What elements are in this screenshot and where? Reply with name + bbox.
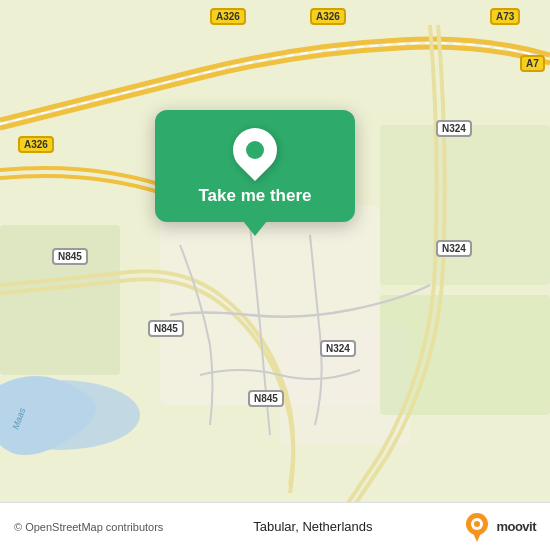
moovit-text: moovit bbox=[496, 519, 536, 534]
road-label-a7: A7 bbox=[520, 55, 545, 72]
svg-marker-11 bbox=[473, 533, 481, 542]
road-label-n845-mid: N845 bbox=[148, 320, 184, 337]
road-label-a73: A73 bbox=[490, 8, 520, 25]
osm-credit: © OpenStreetMap contributors bbox=[14, 521, 163, 533]
road-label-n324-bot: N324 bbox=[320, 340, 356, 357]
popup-card[interactable]: Take me there bbox=[155, 110, 355, 222]
svg-point-10 bbox=[474, 521, 480, 527]
map-roads-svg: Maas bbox=[0, 0, 550, 550]
footer-bar: © OpenStreetMap contributors Tabular, Ne… bbox=[0, 502, 550, 550]
moovit-logo-icon bbox=[462, 512, 492, 542]
road-label-n845-left: N845 bbox=[52, 248, 88, 265]
map-container: Maas A326 A326 A73 A7 N324 N324 N324 N84… bbox=[0, 0, 550, 550]
svg-rect-5 bbox=[380, 295, 550, 415]
road-label-a326-top-mid: A326 bbox=[310, 8, 346, 25]
location-pin-icon bbox=[224, 119, 286, 181]
pin-inner-dot bbox=[246, 141, 264, 159]
road-label-a326-top-left: A326 bbox=[210, 8, 246, 25]
moovit-logo: moovit bbox=[462, 512, 536, 542]
road-label-n324-top: N324 bbox=[436, 120, 472, 137]
popup-label[interactable]: Take me there bbox=[198, 186, 311, 206]
location-name: Tabular, Netherlands bbox=[253, 519, 372, 534]
road-label-n845-bot: N845 bbox=[248, 390, 284, 407]
svg-rect-4 bbox=[380, 125, 550, 285]
road-label-n324-mid: N324 bbox=[436, 240, 472, 257]
road-label-a326-left: A326 bbox=[18, 136, 54, 153]
